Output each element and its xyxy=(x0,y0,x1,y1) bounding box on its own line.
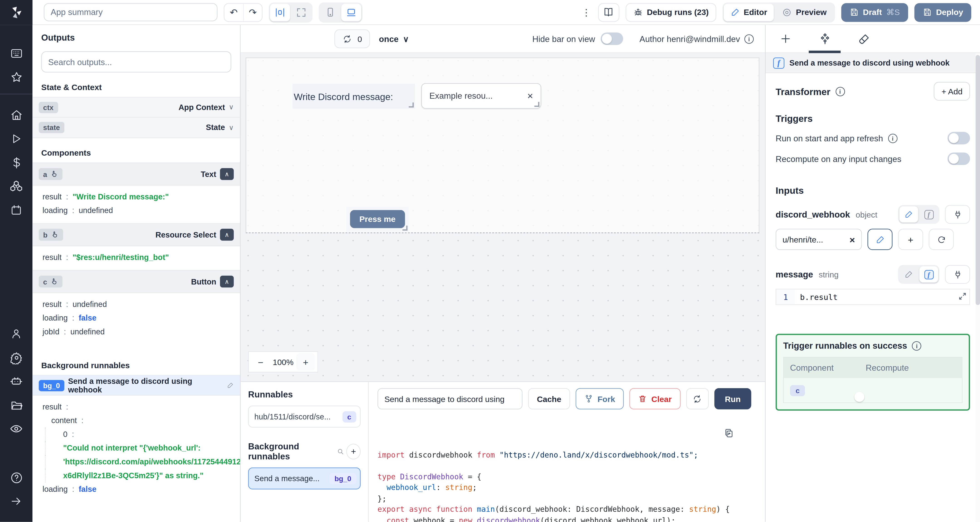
search-icon[interactable] xyxy=(337,447,344,455)
run-on-start-toggle[interactable] xyxy=(948,132,970,144)
tab-component-settings[interactable] xyxy=(805,25,845,53)
info-icon[interactable]: i xyxy=(835,87,845,96)
audit-eye-icon[interactable] xyxy=(0,417,32,441)
home-icon[interactable] xyxy=(0,103,32,127)
favorites-star-icon[interactable] xyxy=(0,65,32,89)
reload-script-button[interactable] xyxy=(686,388,708,409)
runnable-name-input[interactable] xyxy=(377,388,522,409)
usage-dollar-icon[interactable] xyxy=(0,151,32,175)
undo-button[interactable]: ↶ xyxy=(224,3,243,21)
info-icon[interactable]: i xyxy=(912,341,921,350)
chevron-down-icon[interactable]: ∨ xyxy=(229,123,234,132)
tab-styling[interactable] xyxy=(844,25,884,53)
text-component-a[interactable]: Write Discord message: xyxy=(293,84,415,109)
workers-robot-icon[interactable] xyxy=(0,369,32,393)
selected-runnable-title: Send a message to discord using webhook xyxy=(789,59,950,67)
press-me-button[interactable]: Press me xyxy=(350,210,405,228)
connect-input-button[interactable] xyxy=(945,205,970,224)
chevron-down-icon[interactable]: ∨ xyxy=(229,103,234,111)
component-a-header[interactable]: a Text∧ xyxy=(32,162,240,186)
apps-icon[interactable] xyxy=(0,41,32,65)
info-icon[interactable]: i xyxy=(744,34,754,43)
component-b-header[interactable]: b Resource Select∧ xyxy=(32,223,240,247)
scrollbar[interactable] xyxy=(976,53,980,522)
windmill-logo[interactable] xyxy=(0,0,32,25)
cache-button[interactable]: Cache xyxy=(528,388,570,409)
collapse-button[interactable]: ∧ xyxy=(220,168,234,180)
clear-resource-icon[interactable]: × xyxy=(850,234,855,245)
component-c-header[interactable]: c Button∧ xyxy=(32,270,240,293)
deploy-button[interactable]: Deploy xyxy=(914,3,971,22)
pointer-hand-icon xyxy=(50,277,59,286)
tab-insert-component[interactable] xyxy=(765,25,805,53)
settings-tab-bar xyxy=(765,25,980,53)
settings-gear-icon[interactable] xyxy=(0,346,32,369)
hide-bar-label: Hide bar on view xyxy=(532,34,595,43)
runs-play-icon[interactable] xyxy=(0,127,32,151)
add-resource-button[interactable]: + xyxy=(898,229,923,250)
debug-runs-button[interactable]: Debug runs (23) xyxy=(626,3,716,22)
more-menu-button[interactable]: ⋮ xyxy=(581,6,592,18)
zoom-out-button[interactable]: − xyxy=(251,353,270,371)
refresh-resource-button[interactable] xyxy=(929,229,954,250)
resources-cubes-icon[interactable] xyxy=(0,175,32,198)
message-expression-editor[interactable]: 1 b.result xyxy=(776,289,970,305)
help-icon[interactable] xyxy=(0,466,32,490)
full-width-layout-button[interactable] xyxy=(291,3,311,21)
state-row[interactable]: state State∨ xyxy=(32,118,240,138)
author-label: Author henri@windmill.dev xyxy=(640,34,740,43)
recompute-on-change-toggle[interactable] xyxy=(948,153,970,165)
docs-book-icon[interactable] xyxy=(598,3,619,22)
code-editor[interactable]: import discordwebhook from "https://deno… xyxy=(377,417,765,522)
connect-input-button[interactable] xyxy=(945,265,970,284)
bg-runnables-title: Background runnables xyxy=(248,441,334,462)
add-background-runnable-button[interactable]: + xyxy=(347,444,361,459)
centered-layout-button[interactable] xyxy=(270,3,290,21)
fork-button[interactable]: Fork xyxy=(576,388,624,409)
expand-icon[interactable] xyxy=(958,292,967,301)
resize-handle[interactable] xyxy=(409,103,414,108)
search-outputs-input[interactable] xyxy=(41,51,231,73)
pencil-icon[interactable] xyxy=(227,382,234,388)
tab-editor[interactable]: Editor xyxy=(724,3,774,21)
hide-bar-toggle[interactable] xyxy=(601,32,623,45)
app-summary-input[interactable] xyxy=(44,3,218,21)
desktop-preview-button[interactable] xyxy=(341,3,361,21)
static-mode-button[interactable] xyxy=(899,266,918,283)
app-canvas[interactable]: Write Discord message: Example resou... … xyxy=(241,53,765,381)
refresh-count-button[interactable]: 0 xyxy=(334,29,370,48)
resource-picker[interactable]: u/henri/te... × xyxy=(776,229,862,250)
eval-mode-button[interactable]: f xyxy=(920,206,938,223)
collapse-button[interactable]: ∧ xyxy=(220,275,234,287)
tab-preview[interactable]: Preview xyxy=(775,3,834,21)
collapse-button[interactable]: ∧ xyxy=(220,229,234,240)
run-button[interactable]: Run xyxy=(714,388,751,409)
ctx-row[interactable]: ctx App Context∨ xyxy=(32,97,240,118)
expand-sidebar-icon[interactable] xyxy=(0,490,32,513)
resize-handle[interactable] xyxy=(535,102,539,107)
resource-select-component-b[interactable]: Example resou... × xyxy=(421,83,541,109)
draft-button[interactable]: Draft⌘S xyxy=(841,3,908,22)
eval-mode-button[interactable]: f xyxy=(920,266,938,283)
undo-redo-group: ↶ ↷ xyxy=(224,3,262,22)
clear-button[interactable]: Clear xyxy=(630,388,681,409)
runnable-item-c[interactable]: hub/1511/discord/se... c xyxy=(248,406,361,428)
redo-button[interactable]: ↷ xyxy=(243,3,262,21)
clear-selection-icon[interactable]: × xyxy=(527,90,533,102)
refresh-mode-dropdown[interactable]: once∨ xyxy=(379,34,409,43)
resize-handle[interactable] xyxy=(402,226,407,231)
add-transformer-button[interactable]: + Add xyxy=(934,82,970,101)
edit-resource-button[interactable] xyxy=(867,229,892,250)
copy-icon[interactable] xyxy=(724,428,733,438)
scrollbar-thumb[interactable] xyxy=(976,55,980,305)
info-icon[interactable]: i xyxy=(888,134,897,143)
zoom-in-button[interactable]: + xyxy=(296,353,315,371)
mobile-preview-button[interactable] xyxy=(320,3,340,21)
bg0-runnable-row[interactable]: bg_0 Send a message to discord using web… xyxy=(32,375,240,396)
runnable-item-bg0[interactable]: Send a message... bg_0 xyxy=(248,468,361,489)
schedules-calendar-icon[interactable] xyxy=(0,198,32,222)
static-mode-button[interactable] xyxy=(899,206,918,223)
app-sheet[interactable]: Write Discord message: Example resou... … xyxy=(246,57,759,233)
folders-icon[interactable] xyxy=(0,393,32,417)
users-icon[interactable] xyxy=(0,322,32,346)
